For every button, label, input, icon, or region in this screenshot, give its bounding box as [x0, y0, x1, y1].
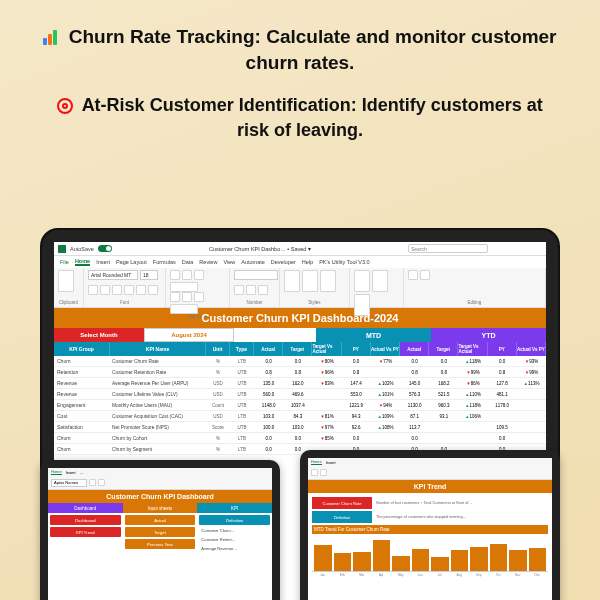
hdr-mtd-avp: Actual Vs PY — [371, 342, 400, 356]
tab-insert[interactable]: Insert — [96, 259, 110, 265]
t1-btn[interactable] — [89, 479, 96, 486]
align-right-button[interactable] — [194, 292, 204, 302]
table-row: ChurnChurn by Cohort%LTB0.00.0▼ 85%0.0 0… — [54, 433, 546, 444]
italic-button[interactable] — [100, 285, 110, 295]
t2-btn[interactable] — [320, 469, 327, 476]
tablet2-screen: HomeInsert KPI Trend Customer Churn Rate… — [308, 458, 552, 600]
t1-nav-kpi-trend[interactable]: KPI Trend — [50, 527, 121, 537]
chart-bar — [334, 553, 352, 571]
hdr-ytd-py: PY — [488, 342, 517, 356]
fill-color-button[interactable] — [136, 285, 146, 295]
hdr-name: KPI Name — [110, 342, 206, 356]
currency-button[interactable] — [234, 285, 244, 295]
selected-month-value[interactable]: August 2024 — [144, 328, 234, 342]
align-bottom-button[interactable] — [194, 270, 204, 280]
kpi-table-body: ChurnCustomer Churn Rate%LTB0.00.0▼ 80%0… — [54, 356, 546, 455]
document-title[interactable]: Customer Churn KPI Dashbo… • Saved ▾ — [209, 246, 311, 252]
t1-tab-home[interactable]: Home — [51, 469, 62, 475]
t1-nav-dashboard[interactable]: Dashboard — [50, 515, 121, 525]
t2-chart-title: MTD Trend For Customer Churn Rate — [312, 525, 548, 534]
t2-bar-chart — [312, 536, 548, 572]
align-left-button[interactable] — [170, 292, 180, 302]
align-top-button[interactable] — [170, 270, 180, 280]
tab-data[interactable]: Data — [182, 259, 194, 265]
hdr-unit: Unit — [206, 342, 230, 356]
t2-def-text: The percentage of customers who stopped … — [376, 511, 548, 523]
t1-font-select[interactable]: Aptos Narrow — [51, 479, 87, 487]
hdr-mtd-tva: Target Vs Actual — [312, 342, 341, 356]
t1-kpi-item: Customer Churn… — [199, 527, 270, 534]
t2-kpi-label[interactable]: Customer Churn Rate — [312, 497, 372, 509]
ribbon-tabs: File Home Insert Page Layout Formulas Da… — [54, 256, 546, 268]
cell-styles-button[interactable] — [320, 270, 336, 292]
number-format-select[interactable] — [234, 270, 278, 280]
font-color-button[interactable] — [148, 285, 158, 295]
headline-1: Churn Rate Tracking: Calculate and monit… — [0, 0, 600, 81]
hdr-ytd-tva: Target Vs Actual — [458, 342, 487, 356]
chart-bar — [470, 547, 488, 572]
align-middle-button[interactable] — [182, 270, 192, 280]
chart-bar — [314, 545, 332, 571]
t1-tab-insert[interactable]: Insert — [66, 470, 76, 475]
group-number: Number — [234, 300, 275, 305]
t1-nav-actual[interactable]: Actual — [125, 515, 196, 525]
group-editing: Editing — [408, 300, 541, 305]
delete-cells-button[interactable] — [372, 270, 388, 292]
tab-page-layout[interactable]: Page Layout — [116, 259, 147, 265]
align-center-button[interactable] — [182, 292, 192, 302]
t1-nav-py[interactable]: Previous Year — [125, 539, 196, 549]
percent-button[interactable] — [246, 285, 256, 295]
hdr-mtd-py: PY — [342, 342, 371, 356]
font-size-select[interactable]: 18 — [140, 270, 158, 280]
t2-def-label: Definition — [312, 511, 372, 523]
autosum-button[interactable] — [408, 270, 418, 280]
chart-bar — [392, 556, 410, 571]
bold-button[interactable] — [88, 285, 98, 295]
hdr-type: Type — [230, 342, 254, 356]
insert-cells-button[interactable] — [354, 270, 370, 292]
tab-review[interactable]: Review — [199, 259, 217, 265]
format-as-table-button[interactable] — [302, 270, 318, 292]
title-bar: AutoSave Customer Churn KPI Dashbo… • Sa… — [54, 242, 546, 256]
conditional-formatting-button[interactable] — [284, 270, 300, 292]
chart-bar — [529, 548, 547, 571]
t2-btn[interactable] — [311, 469, 318, 476]
fill-button[interactable] — [420, 270, 430, 280]
t2-tab-insert[interactable]: Insert — [326, 460, 336, 465]
font-name-select[interactable]: Arial Rounded MT — [88, 270, 138, 280]
merge-button[interactable] — [170, 304, 198, 314]
comma-button[interactable] — [258, 285, 268, 295]
tablet-mockup-right: HomeInsert KPI Trend Customer Churn Rate… — [300, 450, 560, 600]
t2-x-axis: JanFebMarAprMayJunJulAugSepOctNovDec — [312, 572, 548, 578]
wrap-text-button[interactable] — [170, 282, 198, 292]
paste-button[interactable] — [58, 270, 74, 292]
tab-automate[interactable]: Automate — [241, 259, 265, 265]
hdr-ytd-target: Target — [429, 342, 458, 356]
chart-bar — [353, 552, 371, 571]
t1-nav-target[interactable]: Target — [125, 527, 196, 537]
hdr-ytd-avp: Actual Vs PY — [517, 342, 546, 356]
section-ytd: YTD — [431, 328, 546, 342]
hdr-mtd-target: Target — [283, 342, 312, 356]
tab-developer[interactable]: Developer — [271, 259, 296, 265]
t1-btn[interactable] — [98, 479, 105, 486]
tab-help[interactable]: Help — [302, 259, 313, 265]
border-button[interactable] — [124, 285, 134, 295]
t1-tab-more[interactable]: … — [80, 470, 84, 475]
t2-tab-home[interactable]: Home — [311, 459, 322, 465]
underline-button[interactable] — [112, 285, 122, 295]
excel-icon — [58, 245, 66, 253]
tab-home[interactable]: Home — [75, 258, 90, 266]
t1-nav-definition[interactable]: Definition — [199, 515, 270, 525]
search-input[interactable]: Search — [408, 244, 488, 253]
table-row: EngagementMonthly Active Users (MAU)Coun… — [54, 400, 546, 411]
tab-formulas[interactable]: Formulas — [153, 259, 176, 265]
hdr-mtd-actual: Actual — [254, 342, 283, 356]
tab-custom[interactable]: PK's Utility Tool V3.0 — [319, 259, 369, 265]
autosave-toggle[interactable] — [98, 245, 112, 252]
tab-view[interactable]: View — [223, 259, 235, 265]
tab-file[interactable]: File — [60, 259, 69, 265]
group-clipboard: Clipboard — [58, 300, 79, 305]
t1-col-kpi: KPI — [197, 503, 272, 513]
group-font: Font — [88, 300, 161, 305]
